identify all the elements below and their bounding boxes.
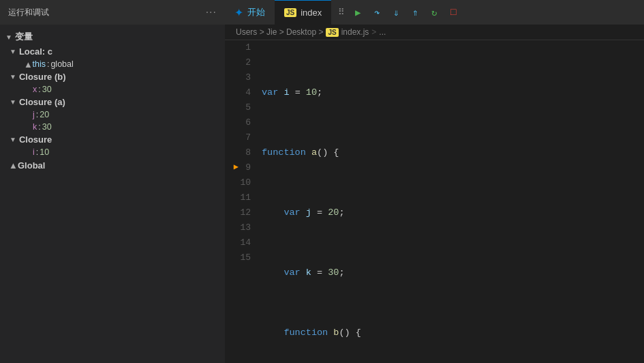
variables-chevron: ▼ — [5, 33, 12, 41]
global-label: Global — [18, 160, 45, 171]
closure-b-label: Closure (b) — [19, 72, 66, 82]
variables-label: 变量 — [15, 31, 33, 43]
closure-b-header[interactable]: ▼ Closure (b) — [0, 70, 225, 83]
debug-toolbar: ⠿ ▶ ↷ ⇓ ⇑ ↻ □ — [331, 6, 466, 18]
x-item: x : 30 — [0, 83, 225, 96]
code-line-3: var j = 20; — [262, 205, 644, 220]
stop-button[interactable]: □ — [447, 6, 459, 18]
breadcrumb-arrow: > — [371, 27, 376, 37]
ln-11: 11 — [233, 190, 251, 205]
variables-header[interactable]: ▼ 变量 — [0, 29, 225, 45]
closure-a-header[interactable]: ▼ Closure (a) — [0, 96, 225, 108]
closure-header[interactable]: ▼ Closure — [0, 133, 225, 146]
tab-start-label: 开始 — [247, 6, 265, 18]
ln-5: 5 — [233, 100, 251, 115]
ln-3: 3 — [233, 70, 251, 85]
breadcrumb-dots: ... — [379, 27, 386, 37]
i-val: 10 — [40, 147, 49, 157]
this-colon: : — [47, 59, 49, 69]
code-line-4: var k = 30; — [262, 265, 644, 280]
closure-chevron: ▼ — [10, 136, 16, 143]
editor-container: Users > Jie > Desktop > JS index.js > ..… — [225, 25, 644, 363]
k-item: k : 30 — [0, 121, 225, 133]
restart-button[interactable]: ↻ — [428, 6, 440, 18]
i-key: i — [33, 147, 35, 157]
j-item: j : 20 — [0, 108, 225, 121]
this-key: this — [32, 59, 45, 69]
closure-b-chevron: ▼ — [10, 73, 16, 81]
variables-section: ▼ 变量 ▼ Local: c ▶ this : global ▼ Closur… — [0, 27, 225, 174]
closure-a-chevron: ▼ — [10, 98, 16, 106]
x-key: x — [33, 85, 37, 94]
ln-8: 8 — [233, 145, 251, 160]
x-val: 30 — [42, 85, 52, 94]
grip-icon: ⠿ — [338, 7, 345, 18]
step-over-button[interactable]: ↷ — [371, 6, 383, 18]
local-c-label: Local: c — [19, 46, 52, 57]
code-line-1: var i = 10; — [262, 85, 644, 100]
sidebar-title-area: 运行和调试 ··· — [0, 6, 225, 18]
tab-start[interactable]: ✦ 开始 — [225, 0, 275, 25]
breadcrumb-js-badge: JS — [326, 28, 338, 37]
ln-12: 12 — [233, 205, 251, 220]
ln-1: 1 — [233, 40, 251, 55]
tab-bar: ✦ 开始 JS index ⠿ ▶ ↷ ⇓ ⇑ ↻ □ — [225, 0, 644, 25]
i-item: i : 10 — [0, 146, 225, 158]
ln-10: 10 — [233, 175, 251, 190]
step-into-button[interactable]: ⇓ — [390, 6, 402, 18]
sidebar-dots[interactable]: ··· — [206, 6, 217, 18]
k-val: 30 — [42, 122, 52, 132]
x-colon: : — [38, 85, 40, 94]
k-colon: : — [38, 122, 40, 132]
local-c-header[interactable]: ▼ Local: c — [0, 45, 225, 58]
code-line-5: function b() { — [262, 325, 644, 340]
ln-13: 13 — [233, 220, 251, 235]
tab-js-badge: JS — [284, 8, 296, 17]
debug-arrow-icon: ▶ — [234, 161, 239, 174]
breadcrumb-path: Users > Jie > Desktop > — [236, 27, 323, 37]
step-out-button[interactable]: ⇑ — [409, 6, 421, 18]
this-item: ▶ this : global — [0, 58, 225, 70]
line-numbers: 1 2 3 4 5 6 7 8 ▶ 9 10 11 12 13 14 15 — [225, 40, 259, 363]
tab-index[interactable]: JS index — [275, 0, 331, 25]
code-area[interactable]: var i = 10; function a() { var j = 20; v… — [259, 40, 644, 363]
closure-label: Closure — [19, 134, 52, 145]
main-content: ▼ 变量 ▼ Local: c ▶ this : global ▼ Closur… — [0, 25, 644, 363]
title-bar: 运行和调试 ··· ✦ 开始 JS index ⠿ ▶ ↷ ⇓ ⇑ ↻ □ — [0, 0, 644, 25]
sidebar-title-text: 运行和调试 — [8, 7, 49, 18]
closure-a-label: Closure (a) — [19, 97, 65, 107]
global-chevron: ▶ — [9, 163, 16, 169]
i-colon: : — [36, 147, 38, 157]
ln-7: 7 — [233, 130, 251, 145]
j-key: j — [33, 110, 35, 119]
k-key: k — [33, 122, 37, 132]
sidebar-panel: ▼ 变量 ▼ Local: c ▶ this : global ▼ Closur… — [0, 25, 225, 363]
vscode-icon: ✦ — [234, 6, 243, 19]
global-header[interactable]: ▶ Global — [0, 158, 225, 173]
ln-15: 15 — [233, 250, 251, 265]
ln-6: 6 — [233, 115, 251, 130]
ln-2: 2 — [233, 55, 251, 70]
j-val: 20 — [40, 110, 49, 119]
continue-button[interactable]: ▶ — [352, 6, 364, 18]
this-chevron: ▶ — [24, 61, 31, 67]
this-val: global — [50, 59, 73, 69]
j-colon: : — [36, 110, 38, 119]
editor-body[interactable]: 1 2 3 4 5 6 7 8 ▶ 9 10 11 12 13 14 15 — [225, 40, 644, 363]
tab-index-label: index — [301, 8, 322, 18]
ln-9: ▶ 9 — [233, 160, 251, 175]
code-line-2: function a() { — [262, 145, 644, 160]
ln-4: 4 — [233, 85, 251, 100]
breadcrumb-filename: index.js — [341, 27, 369, 37]
ln-14: 14 — [233, 235, 251, 250]
local-chevron: ▼ — [10, 48, 16, 55]
breadcrumb: Users > Jie > Desktop > JS index.js > ..… — [225, 25, 644, 40]
